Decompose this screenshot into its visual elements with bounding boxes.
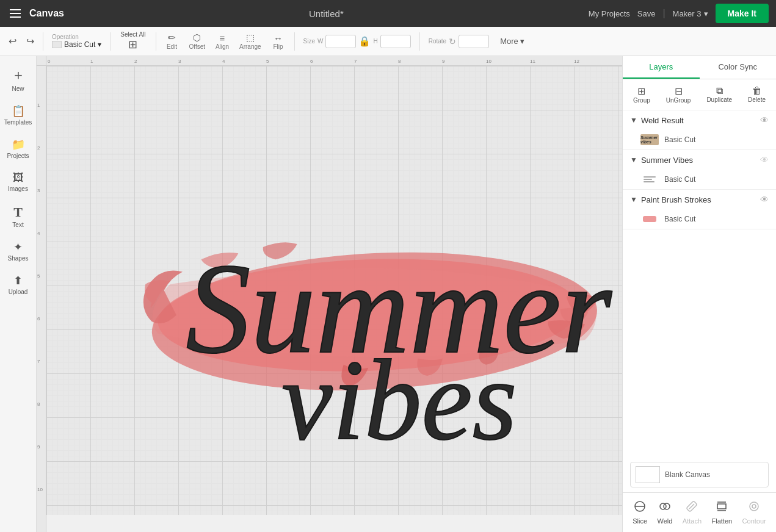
svg-point-9 xyxy=(750,502,758,511)
arrange-icon: ⬚ xyxy=(246,32,255,43)
upload-icon: ⬆ xyxy=(13,274,23,287)
vibes-text: vibes xyxy=(281,337,517,464)
rotate-input[interactable] xyxy=(459,35,489,48)
sidebar-item-projects[interactable]: 📁 Projects xyxy=(1,133,35,164)
ungroup-button[interactable]: ⊟ UnGroup xyxy=(661,83,696,106)
offset-button[interactable]: ⬡ Offset xyxy=(186,30,209,52)
bottom-tools: Slice Weld Attach Flatten xyxy=(623,492,776,532)
operation-group: Operation Basic Cut ▾ xyxy=(48,32,105,50)
separator-3 xyxy=(156,32,156,51)
ruler-h-ticks: 0 1 2 3 4 5 6 7 8 9 10 11 12 xyxy=(46,56,622,65)
blank-canvas-box[interactable]: Blank Canvas xyxy=(630,462,769,487)
weld-result-name: Weld Result xyxy=(641,116,756,125)
machine-selector[interactable]: Maker 3 ▾ xyxy=(673,9,708,18)
separator-4 xyxy=(294,32,295,51)
separator-2 xyxy=(110,32,111,51)
app-logo: Canvas xyxy=(29,8,64,19)
layer-group-weld-result: ▼ Weld Result 👁 Summer vibes Basic Cut xyxy=(623,110,776,150)
make-it-button[interactable]: Make It xyxy=(716,4,769,23)
save-button[interactable]: Save xyxy=(637,9,656,18)
edit-button[interactable]: ✏ Edit xyxy=(161,30,183,52)
canvas-area[interactable]: 0 1 2 3 4 5 6 7 8 9 10 11 12 1 2 3 4 xyxy=(37,56,622,532)
canvas-content: Summer vibes xyxy=(46,66,622,515)
weld-result-visibility[interactable]: 👁 xyxy=(760,115,769,125)
attach-icon xyxy=(686,500,698,516)
left-sidebar: ＋ New 📋 Templates 📁 Projects 🖼 Images T … xyxy=(0,56,37,532)
rotate-row: ↻ xyxy=(449,35,489,48)
divider: | xyxy=(662,8,665,19)
flatten-icon xyxy=(716,500,728,516)
images-icon: 🖼 xyxy=(13,171,24,184)
sidebar-item-upload[interactable]: ⬆ Upload xyxy=(1,269,35,300)
layer-group-summer-vibes: ▼ Summer Vibes 👁 Basic Cut xyxy=(623,150,776,190)
undo-icon: ↩ xyxy=(9,35,16,47)
sidebar-item-templates[interactable]: 📋 Templates xyxy=(1,99,35,131)
layer-group-header-weld-result[interactable]: ▼ Weld Result 👁 xyxy=(623,110,776,130)
ruler-corner xyxy=(37,56,46,66)
more-button[interactable]: More ▾ xyxy=(495,34,529,48)
canvas-scroll[interactable]: Summer vibes xyxy=(46,66,622,515)
arrange-button[interactable]: ⬚ Arrange xyxy=(236,30,265,52)
width-input[interactable] xyxy=(325,35,356,48)
layer-item-sv-basic-cut[interactable]: Basic Cut xyxy=(623,170,776,189)
layer-group-header-paint-brush[interactable]: ▼ Paint Brush Strokes 👁 xyxy=(623,190,776,209)
paint-brush-visibility[interactable]: 👁 xyxy=(760,195,769,204)
ruler-v-ticks: 1 2 3 4 5 6 7 8 9 10 xyxy=(37,66,46,532)
panel-tabs: Layers Color Sync xyxy=(623,56,776,79)
layer-group-header-summer-vibes[interactable]: ▼ Summer Vibes 👁 xyxy=(623,150,776,170)
design-svg[interactable]: Summer vibes xyxy=(46,66,622,515)
delete-icon: 🗑 xyxy=(752,85,762,96)
layer-item-pbs-basic-cut[interactable]: Basic Cut xyxy=(623,209,776,229)
projects-icon: 📁 xyxy=(12,138,25,151)
my-projects-link[interactable]: My Projects xyxy=(589,9,630,18)
delete-button[interactable]: 🗑 Delete xyxy=(743,83,771,106)
operation-value[interactable]: Basic Cut ▾ xyxy=(52,40,101,49)
separator xyxy=(43,32,43,51)
topbar-right: My Projects Save | Maker 3 ▾ Make It xyxy=(589,4,769,23)
templates-icon: 📋 xyxy=(12,104,25,118)
ungroup-icon: ⊟ xyxy=(675,85,683,97)
layers-area: ▼ Weld Result 👁 Summer vibes Basic Cut xyxy=(623,110,776,457)
sv-thumb xyxy=(640,173,659,185)
topbar-left: Canvas xyxy=(7,7,64,20)
attach-tool[interactable]: Attach xyxy=(678,498,706,527)
summer-vibes-chevron: ▼ xyxy=(630,156,637,164)
sidebar-item-new[interactable]: ＋ New xyxy=(1,61,35,97)
summer-vibes-visibility[interactable]: 👁 xyxy=(760,155,769,165)
size-row: W 🔒 H xyxy=(317,35,411,48)
main-area: ＋ New 📋 Templates 📁 Projects 🖼 Images T … xyxy=(0,56,776,532)
height-input[interactable] xyxy=(380,35,411,48)
weld-result-chevron: ▼ xyxy=(630,116,637,124)
sidebar-item-shapes[interactable]: ✦ Shapes xyxy=(1,235,35,267)
group-icon: ⊞ xyxy=(637,85,645,97)
undo-button[interactable]: ↩ xyxy=(5,33,20,49)
slice-tool[interactable]: Slice xyxy=(628,498,652,527)
contour-tool[interactable]: Contour xyxy=(738,498,771,527)
flip-button[interactable]: ↔ Flip xyxy=(267,31,289,52)
weld-tool[interactable]: Weld xyxy=(653,498,678,527)
group-button[interactable]: ⊞ Group xyxy=(628,83,655,106)
select-all-icon: ⊞ xyxy=(128,38,137,51)
document-title: Untitled* xyxy=(309,9,344,19)
right-panel: Layers Color Sync ⊞ Group ⊟ UnGroup ⧉ Du… xyxy=(622,56,776,532)
sidebar-item-text[interactable]: T Text xyxy=(1,200,35,233)
tab-layers[interactable]: Layers xyxy=(623,56,700,79)
rotate-group: Rotate ↻ xyxy=(425,35,493,48)
ruler-horizontal: 0 1 2 3 4 5 6 7 8 9 10 11 12 xyxy=(46,56,622,66)
layer-group-paint-brush: ▼ Paint Brush Strokes 👁 Basic Cut xyxy=(623,190,776,229)
tab-color-sync[interactable]: Color Sync xyxy=(700,56,777,79)
select-all-button[interactable]: Select All ⊞ xyxy=(115,29,150,54)
redo-button[interactable]: ↪ xyxy=(23,33,38,49)
sidebar-item-images[interactable]: 🖼 Images xyxy=(1,167,35,197)
summer-vibes-name: Summer Vibes xyxy=(641,156,756,165)
rotate-icon: ↻ xyxy=(449,37,456,46)
layer-actions-bar: ⊞ Group ⊟ UnGroup ⧉ Duplicate 🗑 Delete xyxy=(623,79,776,110)
paint-brush-chevron: ▼ xyxy=(630,195,637,204)
flatten-tool[interactable]: Flatten xyxy=(706,498,737,527)
align-button[interactable]: ≡ Align xyxy=(211,31,233,52)
text-icon: T xyxy=(13,204,23,220)
duplicate-button[interactable]: ⧉ Duplicate xyxy=(702,83,737,106)
svg-point-10 xyxy=(752,505,756,508)
hamburger-menu[interactable] xyxy=(7,7,23,20)
layer-item-weld-basic-cut[interactable]: Summer vibes Basic Cut xyxy=(623,130,776,149)
